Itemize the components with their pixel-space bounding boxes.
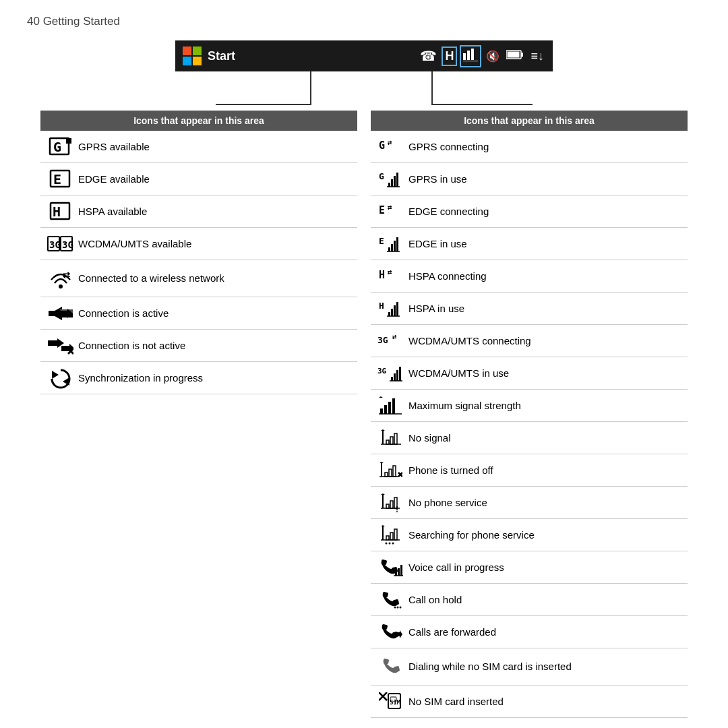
svg-text:⇄: ⇄: [388, 138, 392, 147]
svg-rect-13: [66, 138, 71, 144]
svg-rect-102: [395, 572, 397, 576]
svg-text:H: H: [379, 269, 385, 281]
list-item: Dialing while no SIM card is inserted: [371, 648, 688, 686]
gprs-available-label: GPRS available: [78, 140, 355, 154]
max-signal-label: Maximum signal strength: [408, 399, 685, 413]
svg-marker-32: [52, 371, 59, 379]
svg-text:⇄: ⇄: [388, 268, 392, 276]
svg-rect-83: [393, 466, 396, 477]
right-column: Icons that appear in this area G ⇄ GPRS …: [371, 111, 688, 718]
gprs-connecting-icon: G ⇄: [373, 138, 408, 156]
svg-rect-3: [193, 57, 202, 65]
svg-rect-1: [193, 47, 202, 55]
edge-inuse-label: EDGE in use: [408, 237, 685, 251]
svg-marker-93: [381, 525, 385, 526]
svg-marker-4: [463, 53, 466, 60]
right-column-header: Icons that appear in this area: [371, 111, 688, 131]
voice-call-label: Voice call in progress: [408, 561, 685, 574]
svg-rect-48: [396, 237, 398, 251]
no-service-label: No phone service: [408, 496, 685, 510]
svg-text:E: E: [53, 171, 61, 187]
gprs-inuse-icon: G: [373, 171, 408, 188]
svg-text:G: G: [379, 140, 385, 152]
svg-rect-98: [394, 529, 397, 540]
svg-text:3G: 3G: [377, 335, 388, 345]
svg-rect-68: [384, 405, 387, 414]
svg-text:3G: 3G: [377, 367, 387, 375]
dialing-no-sim-icon: [373, 657, 408, 676]
svg-rect-46: [391, 244, 393, 251]
svg-text:SIM: SIM: [390, 699, 401, 706]
svg-rect-77: [394, 433, 397, 444]
svg-text:E: E: [379, 236, 384, 246]
svg-text:G: G: [379, 171, 384, 181]
voice-call-icon: [373, 558, 408, 577]
wcdma-inuse-label: WCDMA/UMTS in use: [408, 367, 685, 380]
svg-rect-37: [388, 183, 390, 187]
sync-progress-icon: [43, 367, 78, 389]
svg-text:⇄: ⇄: [392, 332, 397, 341]
dialing-no-sim-label: Dialing while no SIM card is inserted: [408, 660, 685, 673]
windows-logo-icon: [182, 46, 202, 66]
svg-text:H: H: [53, 204, 61, 220]
wifi-connected-label: Connected to a wireless network: [78, 272, 355, 285]
svg-marker-71: [379, 396, 383, 398]
sync-progress-label: Synchronization in progress: [78, 371, 355, 385]
svg-text:⇄: ⇄: [388, 203, 392, 212]
svg-rect-45: [388, 247, 390, 251]
edge-available-label: EDGE available: [78, 173, 355, 186]
svg-rect-81: [385, 473, 388, 477]
list-item: ! No phone service: [371, 487, 688, 519]
svg-text:⇄: ⇄: [63, 270, 70, 280]
list-item: Connection is active: [40, 297, 357, 330]
list-item: Voice call in progress: [371, 551, 688, 584]
calls-forwarded-icon: [373, 623, 408, 642]
left-column: Icons that appear in this area G GPRS av…: [40, 111, 357, 718]
hspa-inuse-label: HSPA in use: [408, 302, 685, 315]
list-item: Connection is not active: [40, 330, 357, 362]
svg-rect-39: [394, 176, 396, 187]
svg-rect-61: [391, 377, 393, 381]
hspa-inuse-icon: H: [373, 300, 408, 317]
list-item: H HSPA in use: [371, 293, 688, 325]
svg-marker-5: [467, 51, 470, 60]
svg-rect-89: [386, 504, 389, 508]
gprs-connecting-label: GPRS connecting: [408, 140, 685, 154]
svg-rect-90: [390, 501, 393, 508]
svg-marker-72: [381, 429, 385, 431]
svg-marker-6: [471, 49, 474, 60]
hspa-available-icon: H: [43, 202, 78, 222]
list-item: E EDGE available: [40, 163, 357, 195]
svg-rect-96: [386, 536, 389, 540]
svg-text:3G: 3G: [62, 239, 73, 250]
wcdma-connecting-icon: 3G ⇄: [373, 332, 408, 350]
wcdma-connecting-label: WCDMA/UMTS connecting: [408, 334, 685, 348]
svg-rect-2: [183, 57, 191, 65]
svg-rect-56: [396, 302, 398, 316]
svg-rect-64: [399, 367, 401, 381]
list-item: Synchronization in progress: [40, 362, 357, 394]
start-button[interactable]: Start: [182, 46, 235, 66]
svg-text:G: G: [53, 139, 61, 155]
list-item: 3G WCDMA/UMTS in use: [371, 357, 688, 390]
svg-point-107: [397, 606, 399, 608]
no-sim-icon: SIM: [373, 692, 408, 711]
svg-text:3G: 3G: [49, 239, 61, 250]
hspa-connecting-label: HSPA connecting: [408, 270, 685, 283]
list-item: H HSPA available: [40, 195, 357, 228]
searching-label: Searching for phone service: [408, 528, 685, 542]
wcdma-available-label: WCDMA/UMTS available: [78, 237, 355, 251]
start-label: Start: [208, 49, 235, 63]
connection-inactive-label: Connection is not active: [78, 339, 355, 353]
svg-text:E: E: [379, 204, 385, 216]
svg-rect-40: [396, 173, 398, 187]
hspa-available-label: HSPA available: [78, 205, 355, 218]
hspa-taskbar-icon: H: [442, 47, 457, 66]
svg-point-100: [389, 542, 391, 544]
list-item: 3G 3G WCDMA/UMTS available: [40, 228, 357, 260]
no-signal-label: No signal: [408, 431, 685, 445]
left-column-header: Icons that appear in this area: [40, 111, 357, 131]
svg-rect-104: [400, 565, 402, 576]
call-hold-label: Call on hold: [408, 593, 685, 607]
phone-off-icon: [373, 462, 408, 479]
